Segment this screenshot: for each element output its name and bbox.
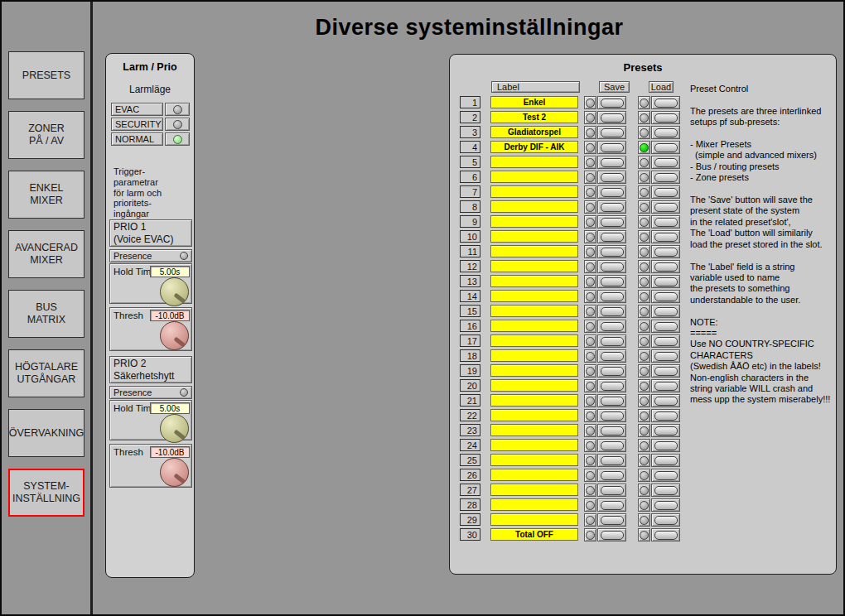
load-button[interactable] [651, 379, 680, 392]
load-button[interactable] [651, 111, 680, 124]
load-button[interactable] [651, 469, 680, 482]
sidebar-item-hogtalare-utgangar[interactable]: HÖGTALARE UTGÅNGAR [8, 349, 84, 397]
save-button[interactable] [597, 513, 626, 527]
thresh-value-field[interactable]: -10.0dB [150, 446, 190, 458]
sidebar-item-system-installning[interactable]: SYSTEM- INSTÄLLNING [8, 469, 84, 517]
save-button[interactable] [597, 454, 626, 467]
load-button[interactable] [651, 200, 680, 214]
load-button[interactable] [651, 513, 680, 527]
save-button[interactable] [597, 141, 626, 154]
preset-label-field[interactable] [490, 320, 578, 332]
load-button[interactable] [651, 275, 680, 288]
preset-label-field[interactable] [490, 409, 578, 421]
save-button[interactable] [597, 364, 626, 378]
save-button[interactable] [597, 305, 626, 318]
preset-label-field[interactable] [490, 379, 578, 392]
load-button[interactable] [651, 171, 680, 184]
preset-label-field[interactable] [490, 454, 578, 466]
preset-label-field[interactable] [490, 498, 578, 511]
save-button[interactable] [597, 349, 626, 363]
preset-label-field[interactable] [490, 305, 578, 317]
hold-time-knob[interactable] [160, 277, 189, 306]
preset-label-field[interactable] [490, 513, 578, 526]
save-button[interactable] [597, 156, 626, 169]
save-button[interactable] [597, 394, 626, 407]
load-button[interactable] [651, 454, 680, 467]
preset-label-field[interactable] [490, 439, 578, 451]
preset-label-field[interactable] [490, 334, 578, 347]
load-button[interactable] [651, 290, 680, 303]
save-button[interactable] [597, 320, 626, 333]
sidebar-item-presets[interactable]: PRESETS [8, 51, 84, 99]
preset-label-field[interactable] [490, 260, 578, 272]
save-button[interactable] [597, 334, 626, 348]
preset-label-field[interactable] [490, 290, 578, 302]
save-button[interactable] [597, 260, 626, 273]
save-button[interactable] [597, 424, 626, 437]
preset-label-field[interactable] [490, 349, 578, 362]
alarm-mode-button-normal[interactable]: NORMAL [111, 132, 163, 146]
sidebar-item-overvakning[interactable]: ÖVERVAKNING [8, 409, 84, 457]
preset-label-field[interactable] [490, 230, 578, 243]
load-button[interactable] [651, 96, 680, 109]
load-button[interactable] [651, 126, 680, 139]
load-button[interactable] [651, 409, 680, 422]
save-button[interactable] [597, 185, 626, 199]
save-button[interactable] [597, 96, 626, 109]
preset-label-field[interactable] [490, 200, 578, 213]
save-button[interactable] [597, 230, 626, 243]
sidebar-item-bus-matrix[interactable]: BUS MATRIX [8, 290, 84, 338]
hold-time-value-field[interactable]: 5.00s [150, 266, 190, 277]
load-button[interactable] [651, 394, 680, 407]
load-button[interactable] [651, 215, 680, 229]
preset-label-field[interactable] [490, 484, 578, 496]
save-button[interactable] [597, 245, 626, 258]
thresh-knob[interactable] [160, 458, 189, 487]
load-button[interactable] [651, 185, 680, 199]
sidebar-item-enkel-mixer[interactable]: ENKEL MIXER [8, 171, 84, 219]
load-button[interactable] [651, 484, 680, 497]
load-button[interactable] [651, 305, 680, 318]
load-button[interactable] [651, 320, 680, 333]
hold-time-value-field[interactable]: 5.00s [150, 402, 190, 414]
preset-label-field[interactable] [490, 469, 578, 481]
save-button[interactable] [597, 379, 626, 392]
thresh-knob[interactable] [160, 321, 189, 350]
load-button[interactable] [651, 424, 680, 437]
save-button[interactable] [597, 111, 626, 124]
save-button[interactable] [597, 275, 626, 288]
thresh-value-field[interactable]: -10.0dB [150, 310, 190, 321]
save-button[interactable] [597, 409, 626, 422]
preset-label-field[interactable] [490, 215, 578, 228]
preset-label-field[interactable] [490, 156, 578, 168]
load-button[interactable] [651, 141, 680, 154]
hold-time-knob[interactable] [160, 414, 189, 443]
preset-label-field[interactable]: Total OFF [490, 528, 578, 541]
save-button[interactable] [597, 498, 626, 512]
preset-label-field[interactable] [490, 275, 578, 287]
save-button[interactable] [597, 200, 626, 214]
preset-label-field[interactable]: Gladiatorspel [490, 126, 578, 138]
alarm-mode-button-security[interactable]: SECURITY [111, 118, 163, 131]
load-button[interactable] [651, 439, 680, 452]
preset-label-field[interactable] [490, 364, 578, 377]
save-button[interactable] [597, 126, 626, 139]
preset-label-field[interactable] [490, 424, 578, 436]
load-button[interactable] [651, 349, 680, 363]
sidebar-item-avancerad-mixer[interactable]: AVANCERAD MIXER [8, 230, 84, 278]
load-button[interactable] [651, 364, 680, 378]
load-button[interactable] [651, 498, 680, 512]
preset-label-field[interactable] [490, 185, 578, 198]
save-button[interactable] [597, 171, 626, 184]
sidebar-item-zoner-pa-av[interactable]: ZONER PÅ / AV [8, 111, 84, 159]
preset-label-field[interactable]: Test 2 [490, 111, 578, 123]
load-button[interactable] [651, 245, 680, 258]
save-button[interactable] [597, 484, 626, 497]
save-button[interactable] [597, 290, 626, 303]
save-button[interactable] [597, 469, 626, 482]
load-button[interactable] [651, 260, 680, 273]
load-button[interactable] [651, 334, 680, 348]
alarm-mode-button-evac[interactable]: EVAC [111, 103, 163, 116]
save-button[interactable] [597, 439, 626, 452]
load-button[interactable] [651, 156, 680, 169]
